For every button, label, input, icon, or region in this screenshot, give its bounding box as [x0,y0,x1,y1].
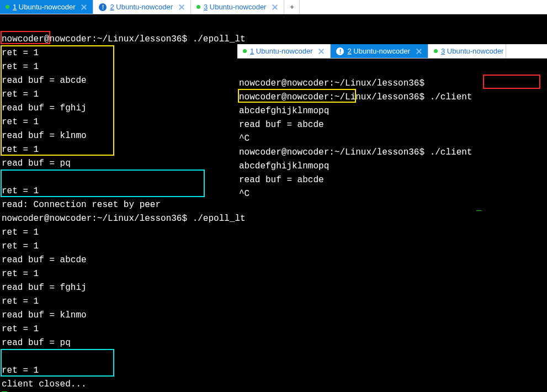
output-line: read buf = abcde [2,76,87,86]
prompt: nowcoder@nowcoder:~/Linux/lesson36$ [2,34,193,44]
output-line: read buf = klnmo [2,310,87,320]
output-line: read buf = abcde [239,175,324,185]
alert-icon: ! [336,47,344,55]
tab-number: 3 [204,3,208,11]
plus-icon: + [290,3,294,11]
status-dot-icon [434,49,438,53]
tab-label: Ubuntu-nowcoder [19,3,76,11]
tab-2[interactable]: ! 2 Ubuntu-nowcoder [93,0,190,14]
tab-3[interactable]: 3 Ubuntu-nowcoder [191,0,284,14]
status-dot-icon [6,5,9,9]
output-line: ^C [239,134,249,144]
top-tabbar: 1 Ubuntu-nowcoder ! 2 Ubuntu-nowcoder 3 … [0,0,547,14]
right-tab-3[interactable]: 3 Ubuntu-nowcoder [428,44,506,58]
tab-number: 2 [110,3,114,11]
output-line: read: Connection reset by peer [2,200,161,210]
prompt: nowcoder@nowcoder:~/Linux/lesson36$ [239,147,430,157]
command: ./client [430,92,472,102]
tab-label: Ubuntu-nowcoder [256,47,313,55]
output-line: ret = 1 [2,324,39,334]
output-line: ret = 1 [2,227,39,237]
output-line: read buf = pq [2,158,71,168]
output-line: ret = 1 [2,89,39,99]
output-line: client closed... [2,379,87,389]
alert-icon: ! [99,3,107,11]
output-line: ret = 1 [2,117,39,127]
close-icon[interactable] [178,4,185,10]
right-tabbar: 1 Ubuntu-nowcoder ! 2 Ubuntu-nowcoder 3 … [237,44,547,59]
tab-label: Ubuntu-nowcoder [116,3,173,11]
tab-label: Ubuntu-nowcoder [447,47,504,55]
tab-1[interactable]: 1 Ubuntu-nowcoder [0,0,93,14]
right-tab-2[interactable]: ! 2 Ubuntu-nowcoder [331,44,428,58]
tab-number: 3 [441,47,445,55]
output-line: ret = 1 [2,186,39,196]
left-terminal[interactable]: nowcoder@nowcoder:~/Linux/lesson36$ ./ep… [2,19,239,392]
tab-label: Ubuntu-nowcoder [353,47,410,55]
right-terminal[interactable]: nowcoder@nowcoder:~/Linux/lesson36$ nowc… [239,63,546,215]
command: ./client [430,147,472,157]
output-line: ^C [239,189,249,199]
prompt: nowcoder@nowcoder:~/Linux/lesson36$ [239,78,430,88]
command: ./epoll_lt [193,34,246,44]
close-icon[interactable] [81,4,87,10]
close-icon[interactable] [318,48,325,55]
output-line: ret = 1 [2,269,39,279]
output-line: ret = 1 [2,48,39,58]
tab-number: 1 [250,47,254,55]
close-icon[interactable] [416,48,422,55]
output-line: ret = 1 [2,241,39,251]
output-line: ret = 1 [2,365,39,375]
output-line: read buf = fghij [2,103,87,113]
command: ./epoll_lt [193,214,246,224]
prompt: nowcoder@nowcoder:~/Linux/lesson36$ [239,92,430,102]
prompt: nowcoder@nowcoder:~/Linux/lesson36$ [2,214,193,224]
output-line: ret = 1 [2,145,39,155]
output-line: abcdefghijklnmopq [239,161,329,171]
tab-number: 1 [13,3,17,11]
output-line: read buf = abcde [2,255,87,265]
output-line: read buf = klnmo [2,131,87,141]
right-tab-1[interactable]: 1 Ubuntu-nowcoder [237,44,331,58]
add-tab-button[interactable]: + [284,0,300,14]
idle-cursor-icon: _ [476,203,482,213]
output-line: ret = 1 [2,296,39,306]
status-dot-icon [197,5,200,9]
output-line: read buf = abcde [239,120,324,130]
output-line: read buf = fghij [2,283,87,293]
tab-number: 2 [347,47,351,55]
output-line: read buf = pq [2,338,71,348]
output-line: abcdefghijklnmopq [239,106,329,116]
close-icon[interactable] [272,4,278,10]
status-dot-icon [243,49,247,53]
tab-label: Ubuntu-nowcoder [210,3,267,11]
output-line: ret = 1 [2,62,39,72]
